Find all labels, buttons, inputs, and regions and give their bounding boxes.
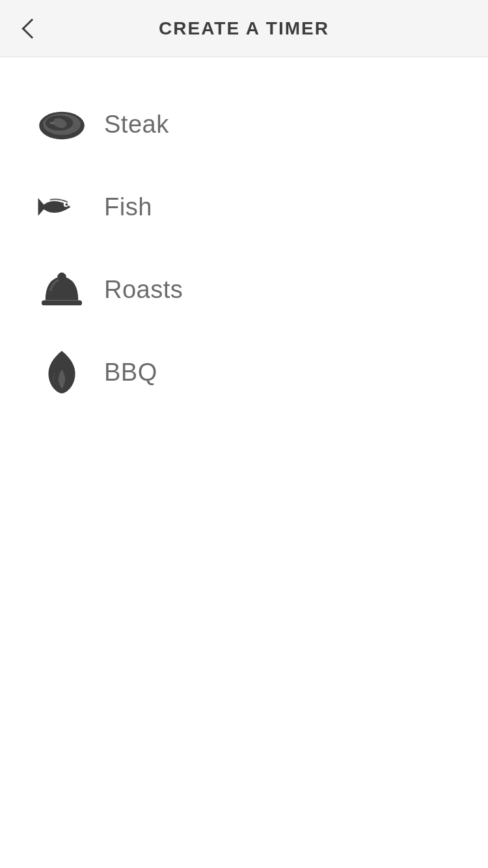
menu-list: Steak Fish: [0, 57, 488, 414]
menu-label-steak: Steak: [104, 111, 169, 139]
menu-item-bbq[interactable]: BBQ: [0, 331, 488, 414]
svg-rect-5: [42, 301, 82, 306]
svg-point-4: [65, 204, 68, 206]
fish-icon: [33, 178, 91, 236]
back-button[interactable]: [20, 16, 44, 41]
app-header: CREATE A TIMER: [0, 0, 488, 57]
menu-item-steak[interactable]: Steak: [0, 83, 488, 166]
roasts-icon: [33, 260, 91, 319]
svg-point-7: [59, 273, 65, 278]
steak-icon: [33, 95, 91, 154]
page-title: CREATE A TIMER: [159, 18, 329, 39]
menu-label-bbq: BBQ: [104, 359, 157, 387]
menu-label-roasts: Roasts: [104, 276, 183, 304]
menu-item-roasts[interactable]: Roasts: [0, 249, 488, 331]
back-chevron-icon: [21, 18, 42, 38]
bbq-icon: [33, 343, 91, 401]
menu-label-fish: Fish: [104, 193, 152, 221]
menu-item-fish[interactable]: Fish: [0, 166, 488, 249]
